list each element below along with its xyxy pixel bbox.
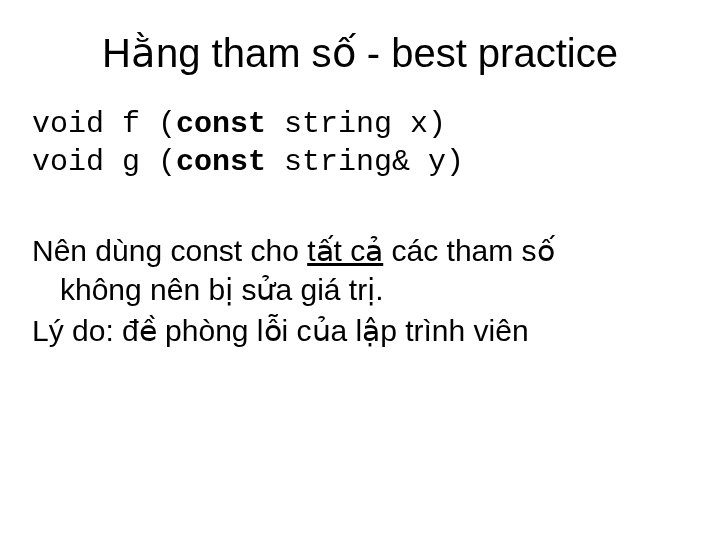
keyword-const: const: [176, 107, 266, 141]
slide: Hằng tham số - best practice void f (con…: [0, 0, 720, 540]
code-line-2: void g (const string& y): [32, 145, 464, 179]
code-block: void f (const string x) void g (const st…: [32, 106, 690, 181]
paragraph-2: Lý do: đề phòng lỗi của lập trình viên: [32, 311, 690, 350]
code-line-1: void f (const string x): [32, 107, 446, 141]
underline-text: tất cả: [307, 234, 383, 267]
paragraph-1-line-2: không nên bị sửa giá trị.: [60, 270, 690, 309]
body-text: Nên dùng const cho tất cả các tham số kh…: [32, 231, 690, 350]
slide-title: Hằng tham số - best practice: [30, 30, 690, 76]
paragraph-1-line-1: Nên dùng const cho tất cả các tham số: [32, 231, 690, 270]
keyword-const: const: [176, 145, 266, 179]
